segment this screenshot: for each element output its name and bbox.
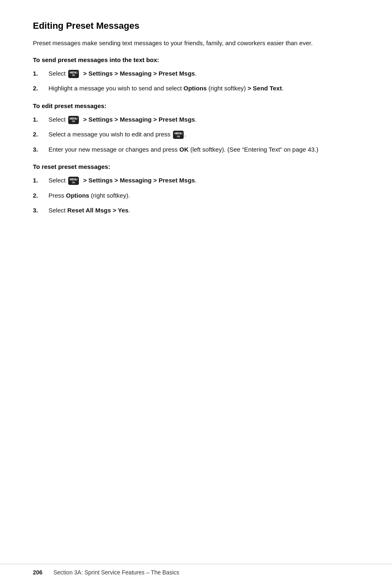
step-item: 1. Select MENU OK > Settings > Messaging…: [33, 115, 359, 125]
step-number: 1.: [33, 115, 48, 125]
step-number: 1.: [33, 69, 48, 78]
step-content: Select a message you wish to edit and pr…: [48, 130, 359, 139]
step-content: Press Options (right softkey).: [48, 191, 359, 201]
step-bold-text: Reset All Msgs > Yes: [67, 207, 129, 214]
step-item: 3. Select Reset All Msgs > Yes.: [33, 206, 359, 215]
step-number: 2.: [33, 84, 48, 93]
step-content: Select Reset All Msgs > Yes.: [48, 206, 359, 215]
footer-page-number: 206: [33, 569, 53, 576]
page-container: Editing Preset Messages Preset messages …: [0, 0, 392, 257]
step-item: 1. Select MENU OK > Settings > Messaging…: [33, 69, 359, 78]
step-item: 1. Select MENU OK > Settings > Messaging…: [33, 176, 359, 185]
step-content: Select MENU OK > Settings > Messaging > …: [48, 115, 359, 125]
section-heading-reset: To reset preset messages:: [33, 163, 359, 170]
step-content: Select MENU OK > Settings > Messaging > …: [48, 69, 359, 78]
page-title: Editing Preset Messages: [33, 21, 359, 31]
step-number: 2.: [33, 191, 48, 201]
step-content: Enter your new message or changes and pr…: [48, 145, 359, 154]
step-content: Highlight a message you wish to send and…: [48, 84, 359, 93]
step-number: 2.: [33, 130, 48, 139]
section-heading-send: To send preset messages into the text bo…: [33, 56, 359, 63]
step-item: 2. Press Options (right softkey).: [33, 191, 359, 201]
page-footer: 206 Section 3A: Sprint Service Features …: [0, 564, 392, 576]
step-bold-text: Options: [184, 85, 207, 92]
step-item: 2. Select a message you wish to edit and…: [33, 130, 359, 139]
step-bold-text: > Settings > Messaging > Preset Msgs: [83, 116, 195, 123]
steps-list-edit: 1. Select MENU OK > Settings > Messaging…: [33, 115, 359, 154]
steps-list-send: 1. Select MENU OK > Settings > Messaging…: [33, 69, 359, 93]
menu-ok-icon: MENU OK: [68, 177, 79, 185]
step-bold-text: > Settings > Messaging > Preset Msgs: [83, 70, 195, 77]
steps-list-reset: 1. Select MENU OK > Settings > Messaging…: [33, 176, 359, 215]
step-item: 3. Enter your new message or changes and…: [33, 145, 359, 154]
step-number: 3.: [33, 145, 48, 154]
step-bold-text: > Settings > Messaging > Preset Msgs: [83, 177, 195, 184]
step-number: 1.: [33, 176, 48, 185]
menu-ok-icon: MENU OK: [68, 116, 79, 124]
step-number: 3.: [33, 206, 48, 215]
footer-section-text: Section 3A: Sprint Service Features – Th…: [53, 569, 179, 576]
step-item: 2. Highlight a message you wish to send …: [33, 84, 359, 93]
section-heading-edit: To edit preset messages:: [33, 102, 359, 109]
step-bold-text: OK: [180, 146, 189, 153]
intro-text: Preset messages make sending text messag…: [33, 39, 359, 48]
menu-ok-icon: MENU OK: [68, 70, 79, 78]
menu-ok-icon: MENU OK: [173, 131, 184, 139]
step-bold-text: Options: [66, 192, 90, 199]
step-bold-text: > Send Text: [247, 85, 282, 92]
step-content: Select MENU OK > Settings > Messaging > …: [48, 176, 359, 185]
